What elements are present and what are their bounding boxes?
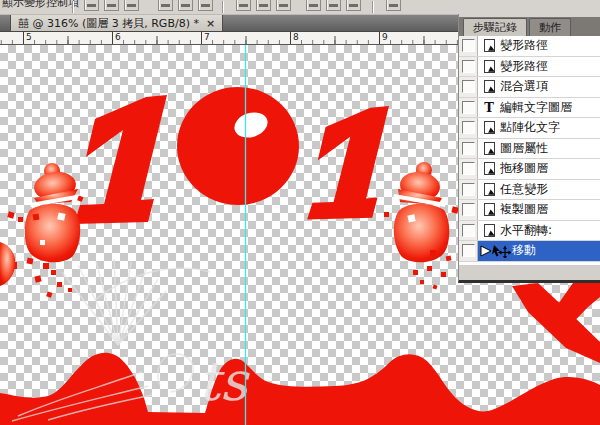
history-brush-checkbox[interactable]	[459, 200, 478, 220]
ruler-tick-label: 7	[204, 32, 210, 42]
distribute-left-button[interactable]	[306, 0, 321, 11]
history-brush-checkbox[interactable]	[459, 139, 478, 159]
panel-footer	[459, 264, 600, 280]
history-step[interactable]: 任意變形	[459, 180, 600, 201]
history-brush-checkbox[interactable]	[459, 36, 478, 56]
splatter-figure-right	[384, 162, 463, 290]
toolbar-separator	[222, 1, 223, 13]
history-brush-checkbox[interactable]	[459, 118, 478, 138]
document-tabbar: 囍 @ 316% (圖層 3 拷貝, RGB/8) * ×	[0, 14, 458, 32]
ruler-tick-label: 6	[115, 32, 121, 42]
history-step-icon	[478, 162, 500, 175]
history-panel: 步驟記錄 動作 變形路徑 變形路徑 混合選項 T 編輯文字圖層	[458, 14, 600, 283]
panel-tabs: 步驟記錄 動作	[459, 17, 600, 36]
history-brush-checkbox[interactable]	[459, 241, 478, 261]
red-ribbon-right	[512, 283, 600, 363]
auto-align-button[interactable]	[386, 0, 401, 11]
distribute-middle-button[interactable]	[256, 0, 271, 11]
text-layer-icon: T	[478, 101, 500, 114]
history-brush-checkbox[interactable]	[459, 98, 478, 118]
watermark-text: ts	[198, 350, 251, 413]
photoshop-window: 顯示變形控制項 囍 @ 316% (圖層 3 拷貝, RGB/8) * × 5 …	[0, 0, 600, 425]
align-center-button[interactable]	[178, 0, 193, 11]
align-middle-button[interactable]	[104, 0, 119, 11]
history-step-icon	[478, 203, 500, 216]
history-step[interactable]: 變形路徑	[459, 57, 600, 78]
history-step[interactable]: 水平翻轉:	[459, 221, 600, 242]
history-brush-checkbox[interactable]	[459, 221, 478, 241]
toolbar-separator	[372, 1, 373, 13]
history-step[interactable]: 點陣化文字	[459, 118, 600, 139]
document-tab-title: 囍 @ 316% (圖層 3 拷貝, RGB/8) *	[18, 16, 199, 31]
splatter-edge-left	[0, 242, 15, 286]
history-step-selected[interactable]: 移動	[459, 241, 600, 262]
document-tab[interactable]: 囍 @ 316% (圖層 3 拷貝, RGB/8) * ×	[10, 14, 223, 31]
history-step-icon	[478, 121, 500, 134]
history-step-icon	[478, 183, 500, 196]
horizontal-ruler[interactable]: 5 6 7 8 9	[0, 32, 458, 45]
distribute-center-button[interactable]	[326, 0, 341, 11]
tab-history[interactable]: 步驟記錄	[463, 18, 527, 36]
distribute-bottom-button[interactable]	[276, 0, 291, 11]
close-icon[interactable]: ×	[206, 18, 215, 29]
distribute-right-button[interactable]	[346, 0, 361, 11]
align-bottom-button[interactable]	[124, 0, 139, 11]
align-left-button[interactable]	[158, 0, 173, 11]
move-tool-icon	[478, 244, 512, 258]
history-step-icon	[478, 60, 500, 73]
history-step[interactable]: 圖層屬性	[459, 139, 600, 160]
history-brush-checkbox[interactable]	[459, 77, 478, 97]
history-brush-checkbox[interactable]	[459, 180, 478, 200]
distribute-top-button[interactable]	[236, 0, 251, 11]
options-bar: 顯示變形控制項	[0, 0, 600, 15]
history-step[interactable]: T 編輯文字圖層	[459, 98, 600, 119]
ruler-tick-label: 8	[293, 32, 299, 42]
history-step[interactable]: 複製圖層	[459, 200, 600, 221]
align-right-button[interactable]	[198, 0, 213, 11]
digit-one-left	[74, 95, 167, 224]
history-brush-checkbox[interactable]	[459, 57, 478, 77]
tab-actions[interactable]: 動作	[529, 18, 571, 36]
digit-zero	[177, 87, 299, 205]
toolbar-separator	[72, 1, 73, 13]
ruler-tick-label: 5	[26, 32, 32, 42]
history-step[interactable]: 拖移圖層	[459, 159, 600, 180]
digit-one-right	[307, 106, 389, 220]
history-step-icon	[478, 39, 500, 52]
history-brush-checkbox[interactable]	[459, 159, 478, 179]
history-step-icon	[478, 80, 500, 93]
splatter-figure-left	[7, 163, 94, 298]
options-bar-label: 顯示變形控制項	[2, 0, 79, 10]
ruler-tick-label: 9	[382, 32, 388, 42]
history-step-icon	[478, 224, 500, 237]
history-list: 變形路徑 變形路徑 混合選項 T 編輯文字圖層 點陣化文字	[459, 36, 600, 264]
history-step-icon	[478, 142, 500, 155]
align-top-button[interactable]	[84, 0, 99, 11]
history-step[interactable]: 變形路徑	[459, 36, 600, 57]
history-step[interactable]: 混合選項	[459, 77, 600, 98]
